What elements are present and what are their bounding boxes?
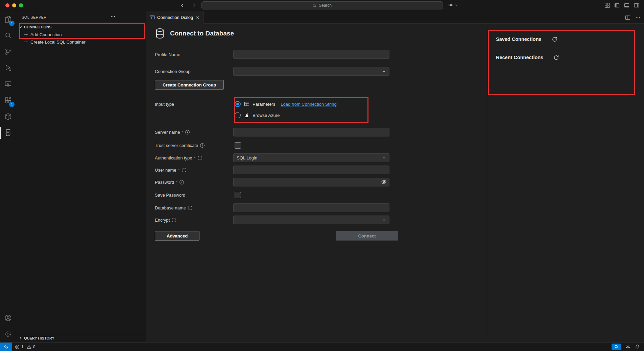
- advanced-button[interactable]: Advanced: [155, 231, 199, 241]
- maximize-window-button[interactable]: [19, 3, 23, 7]
- search-placeholder: Search: [319, 3, 332, 8]
- activity-database-projects[interactable]: [0, 108, 16, 125]
- activity-remote-explorer[interactable]: [0, 76, 16, 92]
- search-icon: [312, 3, 317, 8]
- toggle-panel-icon[interactable]: [624, 3, 629, 8]
- connections-section-header[interactable]: CONNECTIONS: [16, 23, 146, 31]
- info-icon[interactable]: [188, 205, 193, 210]
- back-button[interactable]: [179, 2, 186, 9]
- copilot-menu-button[interactable]: [448, 2, 458, 8]
- encrypt-select[interactable]: [233, 216, 389, 224]
- activity-sql-server[interactable]: [0, 125, 16, 141]
- notifications-bell-icon[interactable]: [635, 344, 640, 349]
- toggle-password-visibility-icon[interactable]: [381, 179, 387, 185]
- editor-more-actions-icon[interactable]: [635, 15, 641, 20]
- connection-group-select[interactable]: [233, 67, 389, 76]
- connection-dialog-tab-icon: [149, 15, 155, 20]
- server-name-input[interactable]: [233, 128, 389, 136]
- sql-server-icon: [4, 129, 12, 137]
- info-icon[interactable]: [197, 155, 202, 160]
- info-icon[interactable]: [179, 180, 184, 185]
- error-icon: [15, 345, 20, 349]
- user-name-input[interactable]: [233, 166, 389, 174]
- problems-indicator[interactable]: 1 0: [12, 345, 38, 349]
- chevron-down-icon: [382, 156, 386, 160]
- info-icon[interactable]: [171, 218, 176, 223]
- activity-explorer[interactable]: 1: [0, 11, 16, 27]
- encrypt-label: Encrypt: [155, 218, 170, 223]
- required-marker: *: [178, 168, 180, 173]
- database-name-input[interactable]: [233, 203, 389, 212]
- activity-extensions[interactable]: 1: [0, 92, 16, 108]
- info-icon[interactable]: [185, 130, 190, 135]
- parameters-option-label: Parameters: [253, 102, 275, 107]
- chevron-right-icon: [18, 336, 23, 341]
- connections-panel: Saved Connections Recent Connections: [487, 24, 644, 342]
- activity-bar: 1 1: [0, 11, 16, 342]
- minimize-window-button[interactable]: [12, 3, 16, 7]
- activity-source-control[interactable]: [0, 44, 16, 60]
- status-bar: 1 0: [0, 342, 644, 351]
- create-local-sql-container-item[interactable]: Create Local SQL Container: [16, 38, 146, 46]
- toggle-secondary-sidebar-icon[interactable]: [634, 3, 639, 8]
- toggle-primary-sidebar-icon[interactable]: [614, 3, 620, 8]
- sidebar-more-actions[interactable]: [110, 14, 116, 19]
- tab-label: Connection Dialog: [157, 15, 193, 20]
- database-icon: [155, 28, 165, 39]
- authentication-type-label: Authentication type: [155, 155, 192, 160]
- trust-server-certificate-checkbox[interactable]: [235, 142, 241, 149]
- explorer-badge: 1: [9, 21, 15, 26]
- forward-button[interactable]: [191, 2, 197, 9]
- source-control-icon: [4, 48, 12, 56]
- zoom-indicator-button[interactable]: [612, 344, 621, 350]
- window-controls: [5, 3, 23, 7]
- sidebar: SQL SERVER CONNECTIONS Add Connection Cr…: [16, 11, 146, 342]
- refresh-recent-connections-icon[interactable]: [553, 55, 559, 60]
- vscode-window: Search: [0, 0, 644, 351]
- dialog-title: Connect to Database: [170, 30, 234, 37]
- close-window-button[interactable]: [5, 3, 9, 7]
- activity-settings[interactable]: [0, 326, 16, 342]
- required-marker: *: [182, 130, 183, 135]
- search-icon: [4, 31, 12, 40]
- add-connection-item[interactable]: Add Connection: [16, 31, 146, 38]
- info-icon[interactable]: [182, 168, 187, 173]
- titlebar: Search: [0, 0, 644, 11]
- chevron-down-icon: [18, 25, 23, 29]
- warning-count: 0: [33, 345, 35, 349]
- activity-accounts[interactable]: [0, 310, 16, 326]
- password-input[interactable]: [233, 178, 389, 186]
- activity-search[interactable]: [0, 27, 16, 44]
- remote-indicator[interactable]: [0, 343, 12, 351]
- tab-connection-dialog[interactable]: Connection Dialog: [146, 11, 204, 24]
- warning-icon: [27, 345, 31, 349]
- close-tab-icon[interactable]: [195, 15, 200, 20]
- split-editor-icon[interactable]: [625, 15, 630, 20]
- command-center-search[interactable]: Search: [201, 1, 443, 9]
- parameters-radio[interactable]: [235, 101, 241, 107]
- password-label: Password: [155, 180, 174, 185]
- browse-azure-radio[interactable]: [235, 112, 241, 118]
- input-type-label: Input type: [155, 102, 174, 107]
- chevron-down-icon: [455, 3, 458, 7]
- authentication-type-value: SQL Login: [237, 155, 257, 160]
- sidebar-title: SQL SERVER: [22, 15, 47, 19]
- save-password-checkbox[interactable]: [235, 192, 241, 198]
- activity-run-debug[interactable]: [0, 60, 16, 76]
- query-history-section-header[interactable]: QUERY HISTORY: [16, 334, 146, 342]
- connect-button[interactable]: Connect: [336, 231, 398, 241]
- create-connection-group-button[interactable]: Create Connection Group: [155, 80, 224, 90]
- extensions-badge: 1: [9, 102, 15, 107]
- copilot-status-icon[interactable]: [625, 344, 631, 350]
- refresh-saved-connections-icon[interactable]: [552, 36, 557, 42]
- profile-name-input[interactable]: [233, 50, 389, 59]
- load-from-connection-string-link[interactable]: Load from Connection String: [281, 102, 336, 107]
- customize-layout-icon[interactable]: [604, 3, 610, 8]
- chevron-down-icon: [382, 218, 386, 222]
- info-icon[interactable]: [200, 143, 205, 148]
- authentication-type-select[interactable]: SQL Login: [233, 153, 389, 162]
- tab-bar: Connection Dialog: [146, 11, 644, 24]
- profile-name-label: Profile Name: [155, 52, 180, 57]
- editor-area: Connection Dialog Connect to Databas: [146, 11, 644, 342]
- plus-icon: [24, 40, 28, 44]
